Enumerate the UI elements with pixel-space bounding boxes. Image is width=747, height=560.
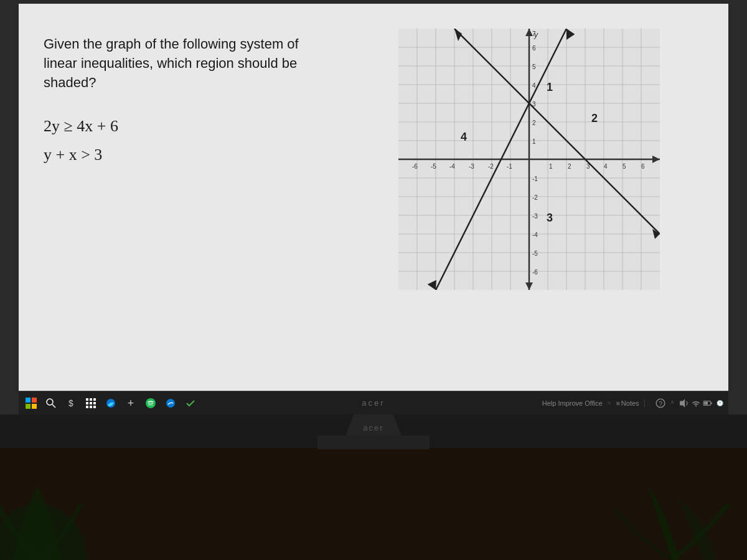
monitor-bezel: Given the graph of the following system …: [0, 0, 747, 414]
svg-text:4: 4: [532, 82, 536, 89]
svg-text:?: ?: [659, 400, 662, 407]
svg-rect-82: [93, 406, 96, 408]
clock: 🕐: [715, 398, 725, 408]
svg-rect-78: [90, 402, 92, 404]
screen: Given the graph of the following system …: [19, 4, 728, 414]
notes-button[interactable]: ≡ Notes: [616, 399, 639, 407]
svg-text:-6: -6: [532, 269, 538, 276]
svg-rect-70: [26, 404, 31, 409]
svg-text:5: 5: [622, 163, 626, 170]
plant-right: [579, 448, 747, 560]
svg-rect-77: [86, 402, 88, 404]
inequality2: y + x > 3: [44, 146, 305, 164]
inequality1: 2y ≥ 4x + 6: [44, 117, 305, 136]
taskbar-right: Help Improve Office ≡ ≡ Notes | ?: [542, 398, 725, 408]
svg-rect-80: [86, 406, 88, 408]
svg-text:1: 1: [547, 81, 553, 93]
svg-text:5: 5: [532, 63, 536, 70]
svg-text:-5: -5: [431, 163, 436, 170]
svg-rect-69: [32, 398, 37, 403]
svg-rect-81: [90, 406, 92, 408]
apps-icon[interactable]: [82, 394, 100, 412]
search-button[interactable]: [42, 394, 60, 412]
svg-text:4: 4: [461, 131, 467, 143]
add-icon[interactable]: +: [122, 394, 139, 412]
windows-start-button[interactable]: [22, 394, 40, 412]
svg-text:-1: -1: [507, 163, 512, 170]
browser-icon-2[interactable]: [162, 394, 179, 412]
svg-rect-90: [711, 402, 712, 403]
plant-left: [0, 448, 131, 560]
svg-text:-1: -1: [532, 175, 538, 182]
svg-text:-2: -2: [488, 163, 494, 170]
svg-rect-71: [32, 404, 37, 409]
svg-text:2: 2: [568, 163, 571, 170]
svg-point-72: [47, 399, 53, 405]
dollar-icon[interactable]: $: [62, 394, 80, 412]
svg-text:1: 1: [549, 163, 553, 170]
svg-text:2: 2: [591, 112, 598, 124]
coordinate-graph: 1 2 3 4 5 6 -1 -2 -3 -4 -5 -6: [398, 29, 660, 290]
monitor-base: [317, 436, 430, 449]
question-icon[interactable]: ?: [655, 398, 665, 408]
svg-line-73: [52, 404, 55, 408]
taskbar: $: [19, 391, 728, 414]
desk-area: [0, 448, 747, 560]
svg-text:-6: -6: [412, 163, 418, 170]
file-check-icon[interactable]: [182, 394, 199, 412]
svg-text:-5: -5: [532, 250, 538, 257]
svg-text:-3: -3: [532, 213, 538, 220]
svg-rect-68: [26, 398, 31, 403]
svg-text:2: 2: [532, 119, 536, 126]
question-side: Given the graph of the following system …: [19, 22, 330, 187]
spotify-icon[interactable]: [142, 394, 159, 412]
battery-icon[interactable]: [703, 398, 713, 408]
speaker-icon[interactable]: [679, 398, 689, 408]
content-area: Given the graph of the following system …: [19, 4, 728, 391]
svg-text:4: 4: [604, 163, 608, 170]
svg-text:1: 1: [532, 138, 536, 145]
svg-text:3: 3: [547, 212, 553, 224]
svg-rect-75: [90, 398, 92, 401]
svg-rect-79: [93, 402, 96, 404]
svg-text:-2: -2: [532, 194, 538, 201]
caret-icon[interactable]: ^: [667, 398, 677, 408]
svg-text:6: 6: [532, 45, 536, 52]
help-improve-link[interactable]: Help Improve Office: [542, 399, 603, 407]
acer-logo: acer: [363, 423, 383, 432]
edge-browser-icon[interactable]: [102, 394, 120, 412]
svg-text:-4: -4: [532, 231, 538, 238]
acer-center-label: acer: [362, 398, 385, 408]
question-text: Given the graph of the following system …: [44, 35, 305, 92]
svg-text:-4: -4: [449, 163, 455, 170]
graph-container: 1 2 3 4 5 6 -1 -2 -3 -4 -5 -6: [398, 29, 660, 290]
svg-text:y: y: [533, 30, 538, 39]
svg-text:-3: -3: [469, 163, 474, 170]
system-tray: ? ^: [655, 398, 725, 408]
svg-rect-91: [704, 401, 708, 404]
notes-icon: ≡: [616, 399, 619, 407]
svg-rect-74: [86, 398, 88, 401]
svg-marker-88: [680, 399, 685, 408]
svg-text:6: 6: [641, 163, 645, 170]
graph-side: 1 2 3 4 5 6 -1 -2 -3 -4 -5 -6: [330, 22, 728, 290]
svg-rect-76: [93, 398, 96, 401]
taskbar-left: $: [22, 394, 542, 412]
network-icon[interactable]: [691, 398, 701, 408]
